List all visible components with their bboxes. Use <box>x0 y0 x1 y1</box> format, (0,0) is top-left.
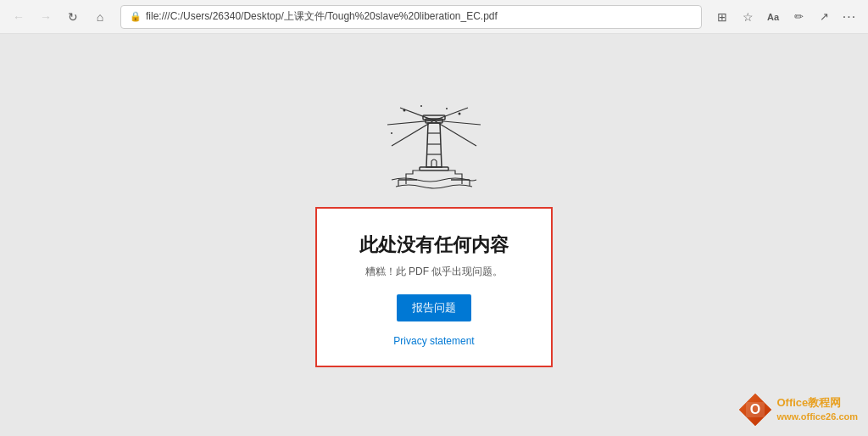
error-title: 此处没有任何内容 <box>359 232 509 258</box>
svg-point-7 <box>459 112 461 115</box>
back-button[interactable]: ← <box>7 5 31 29</box>
watermark: O Office教程网 www.office26.com <box>739 394 858 426</box>
svg-point-9 <box>446 108 448 109</box>
watermark-text: Office教程网 www.office26.com <box>776 396 858 422</box>
url-text: file:///C:/Users/26340/Desktop/上课文件/Toug… <box>146 9 498 24</box>
toolbar-icons: ⊞ ☆ Aa ✏ ↗ ··· <box>710 5 861 29</box>
report-button[interactable]: 报告问题 <box>397 294 471 321</box>
forward-icon: → <box>40 10 52 24</box>
svg-point-8 <box>420 105 422 107</box>
read-aloud-button[interactable]: Aa <box>761 5 785 29</box>
browser-chrome: ← → ↻ ⌂ 🔒 file:///C:/Users/26340/Desktop… <box>0 0 868 34</box>
watermark-site-url: www.office26.com <box>776 411 858 422</box>
address-bar[interactable]: 🔒 file:///C:/Users/26340/Desktop/上课文件/To… <box>120 5 702 29</box>
collections-button[interactable]: ⊞ <box>710 5 734 29</box>
more-icon: ··· <box>843 9 856 25</box>
privacy-link[interactable]: Privacy statement <box>393 335 474 347</box>
refresh-icon: ↻ <box>68 10 78 24</box>
svg-text:O: O <box>750 402 760 416</box>
lighthouse-illustration <box>375 103 493 200</box>
svg-rect-16 <box>420 167 448 170</box>
svg-point-6 <box>403 109 406 111</box>
page-content: 此处没有任何内容 糟糕！此 PDF 似乎出现问题。 报告问题 Privacy s… <box>0 34 868 436</box>
office-logo-icon: O <box>739 394 771 426</box>
star-icon: ☆ <box>743 10 754 24</box>
pen-icon: ✏ <box>794 10 804 23</box>
collections-icon: ⊞ <box>717 10 727 24</box>
home-button[interactable]: ⌂ <box>88 5 112 29</box>
error-subtitle: 糟糕！此 PDF 似乎出现问题。 <box>365 265 504 279</box>
lock-icon: 🔒 <box>130 11 142 22</box>
home-icon: ⌂ <box>97 10 103 24</box>
favorites-button[interactable]: ☆ <box>736 5 760 29</box>
forward-button[interactable]: → <box>34 5 58 29</box>
annotate-button[interactable]: ✏ <box>787 5 810 29</box>
share-button[interactable]: ↗ <box>812 5 836 29</box>
more-button[interactable]: ··· <box>837 5 861 29</box>
center-container: 此处没有任何内容 糟糕！此 PDF 似乎出现问题。 报告问题 Privacy s… <box>315 103 553 367</box>
watermark-site-name: Office教程网 <box>776 396 858 411</box>
error-box: 此处没有任何内容 糟糕！此 PDF 似乎出现问题。 报告问题 Privacy s… <box>315 207 553 367</box>
svg-point-10 <box>391 132 392 134</box>
refresh-button[interactable]: ↻ <box>61 5 85 29</box>
back-icon: ← <box>13 10 25 24</box>
read-icon: Aa <box>767 12 779 22</box>
share-icon: ↗ <box>820 10 829 23</box>
